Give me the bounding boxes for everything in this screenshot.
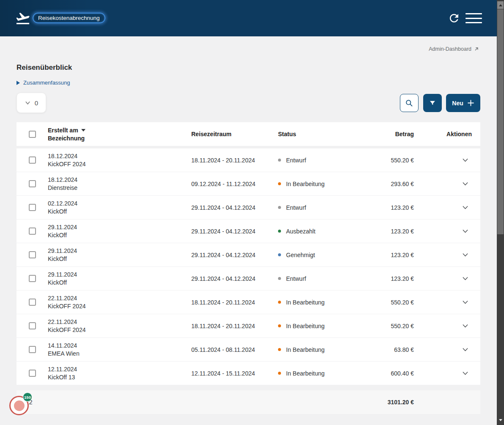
table-row[interactable]: 02.12.2024 KickOff 29.11.2024 - 04.12.20… bbox=[17, 196, 480, 219]
row-created-date: 29.11.2024 bbox=[48, 224, 77, 230]
row-created-date: 12.11.2024 bbox=[48, 366, 77, 373]
table-row[interactable]: 29.11.2024 KickOff 29.11.2024 - 04.12.20… bbox=[17, 219, 480, 243]
row-period: 29.11.2024 - 04.12.2024 bbox=[191, 275, 278, 282]
row-expand-chevron-icon[interactable] bbox=[461, 180, 469, 188]
row-amount: 123.20 € bbox=[354, 228, 414, 235]
status-dot bbox=[278, 206, 281, 209]
status-dot bbox=[278, 253, 281, 256]
row-checkbox[interactable] bbox=[29, 370, 36, 377]
row-status: In Bearbeitung bbox=[286, 299, 325, 306]
row-amount: 123.20 € bbox=[354, 275, 414, 282]
chevron-down-icon bbox=[25, 100, 31, 106]
row-amount: 293.60 € bbox=[354, 181, 414, 187]
scrollbar-thumb[interactable] bbox=[497, 9, 504, 234]
row-checkbox[interactable] bbox=[29, 156, 36, 164]
row-status: In Bearbeitung bbox=[286, 370, 325, 377]
selection-count: 0 bbox=[35, 99, 38, 107]
select-all-checkbox[interactable] bbox=[29, 131, 36, 138]
row-expand-chevron-icon[interactable] bbox=[461, 298, 469, 306]
row-checkbox[interactable] bbox=[29, 204, 36, 211]
status-dot bbox=[278, 301, 281, 304]
row-checkbox[interactable] bbox=[29, 228, 36, 235]
row-trip-name: Dienstreise bbox=[48, 184, 191, 191]
row-status: Ausbezahlt bbox=[286, 228, 315, 235]
row-trip-name: KickOff 13 bbox=[48, 374, 191, 381]
header-created-label: Erstellt am bbox=[48, 127, 78, 134]
vertical-scrollbar[interactable] bbox=[497, 0, 504, 425]
row-status: Entwurf bbox=[286, 275, 306, 282]
column-header-created-name[interactable]: Erstellt am Bezeichnung bbox=[48, 127, 191, 142]
column-header-period: Reisezeitraum bbox=[191, 131, 278, 137]
page-title: Reisenüberblick bbox=[17, 63, 72, 72]
row-created-date: 29.11.2024 bbox=[48, 247, 77, 254]
sort-descending-icon bbox=[81, 129, 85, 132]
row-period: 09.12.2024 - 11.12.2024 bbox=[191, 181, 278, 187]
top-bar: Reisekostenabrechnung bbox=[0, 0, 497, 36]
status-dot bbox=[278, 348, 281, 351]
hamburger-menu-icon[interactable] bbox=[465, 13, 482, 23]
table-row[interactable]: 18.12.2024 Dienstreise 09.12.2024 - 11.1… bbox=[17, 172, 480, 195]
row-period: 29.11.2024 - 04.12.2024 bbox=[191, 252, 278, 258]
row-trip-name: KickOFF 2024 bbox=[48, 326, 191, 333]
trips-table: Erstellt am Bezeichnung Reisezeitraum St… bbox=[17, 122, 480, 414]
row-trip-name: KickOFF 2024 bbox=[48, 303, 191, 310]
row-expand-chevron-icon[interactable] bbox=[461, 369, 469, 377]
expander-triangle-icon bbox=[17, 81, 20, 85]
table-row[interactable]: 18.12.2024 KickOFF 2024 18.11.2024 - 20.… bbox=[17, 148, 480, 172]
row-checkbox[interactable] bbox=[29, 299, 36, 306]
new-entry-button[interactable]: Neu bbox=[446, 94, 480, 112]
selection-count-dropdown[interactable]: 0 bbox=[17, 93, 46, 113]
summary-expander[interactable]: Zusammenfassung bbox=[17, 80, 70, 86]
row-expand-chevron-icon[interactable] bbox=[461, 203, 469, 211]
table-row[interactable]: 29.11.2024 KickOff 29.11.2024 - 04.12.20… bbox=[17, 243, 480, 266]
row-expand-chevron-icon[interactable] bbox=[461, 322, 469, 330]
table-row[interactable]: 22.11.2024 KickOFF 2024 18.11.2024 - 20.… bbox=[17, 314, 480, 337]
table-row[interactable]: 29.11.2024 KickOff 29.11.2024 - 04.12.20… bbox=[17, 267, 480, 290]
row-checkbox[interactable] bbox=[29, 275, 36, 282]
row-created-date: 22.11.2024 bbox=[48, 318, 77, 325]
scroll-up-arrow-icon[interactable] bbox=[497, 1, 504, 9]
status-dot bbox=[278, 182, 281, 185]
row-checkbox[interactable] bbox=[29, 346, 36, 353]
row-trip-name: KickOff bbox=[48, 279, 191, 286]
summary-label: Zusammenfassung bbox=[23, 80, 70, 86]
footer-total-amount: 3101.20 € bbox=[354, 399, 414, 406]
search-button[interactable] bbox=[400, 94, 419, 112]
row-expand-chevron-icon[interactable] bbox=[461, 227, 469, 235]
scroll-down-arrow-icon[interactable] bbox=[497, 416, 504, 424]
app-window: Reisekostenabrechnung Admin-Dashboard Re… bbox=[0, 0, 497, 425]
recorder-count-badge: 150 bbox=[23, 392, 32, 402]
column-header-status: Status bbox=[278, 131, 354, 137]
row-expand-chevron-icon[interactable] bbox=[461, 251, 469, 259]
row-status: Entwurf bbox=[286, 157, 306, 164]
row-period: 18.11.2024 - 20.11.2024 bbox=[191, 323, 278, 329]
column-header-actions: Aktionen bbox=[414, 131, 480, 137]
row-amount: 550.20 € bbox=[354, 323, 414, 329]
table-row[interactable]: 22.11.2024 KickOFF 2024 18.11.2024 - 20.… bbox=[17, 291, 480, 314]
row-checkbox[interactable] bbox=[29, 251, 36, 258]
table-footer-row: 12 3101.20 € bbox=[17, 390, 480, 414]
table-row[interactable]: 14.11.2024 EMEA Wien 05.11.2024 - 08.11.… bbox=[17, 338, 480, 361]
status-dot bbox=[278, 159, 281, 162]
row-amount: 123.20 € bbox=[354, 252, 414, 258]
table-row[interactable]: 12.11.2024 KickOff 13 12.11.2024 - 15.11… bbox=[17, 362, 480, 385]
row-period: 29.11.2024 - 04.12.2024 bbox=[191, 228, 278, 235]
row-period: 18.11.2024 - 20.11.2024 bbox=[191, 299, 278, 306]
row-status: Genehmigt bbox=[286, 252, 315, 258]
filter-button[interactable] bbox=[423, 94, 442, 112]
row-expand-chevron-icon[interactable] bbox=[461, 274, 469, 282]
row-checkbox[interactable] bbox=[29, 180, 36, 187]
row-status: In Bearbeitung bbox=[286, 181, 325, 187]
admin-dashboard-link[interactable]: Admin-Dashboard bbox=[429, 46, 479, 52]
row-period: 05.11.2024 - 08.11.2024 bbox=[191, 346, 278, 353]
row-created-date: 18.12.2024 bbox=[48, 176, 77, 183]
row-created-date: 22.11.2024 bbox=[48, 295, 77, 302]
header-name-label: Bezeichnung bbox=[48, 135, 191, 142]
row-expand-chevron-icon[interactable] bbox=[461, 345, 469, 354]
refresh-icon[interactable] bbox=[448, 12, 460, 25]
new-entry-label: Neu bbox=[452, 100, 463, 107]
row-status: Entwurf bbox=[286, 204, 306, 211]
app-title[interactable]: Reisekostenabrechnung bbox=[33, 13, 105, 23]
row-expand-chevron-icon[interactable] bbox=[461, 156, 469, 164]
row-checkbox[interactable] bbox=[29, 322, 36, 329]
